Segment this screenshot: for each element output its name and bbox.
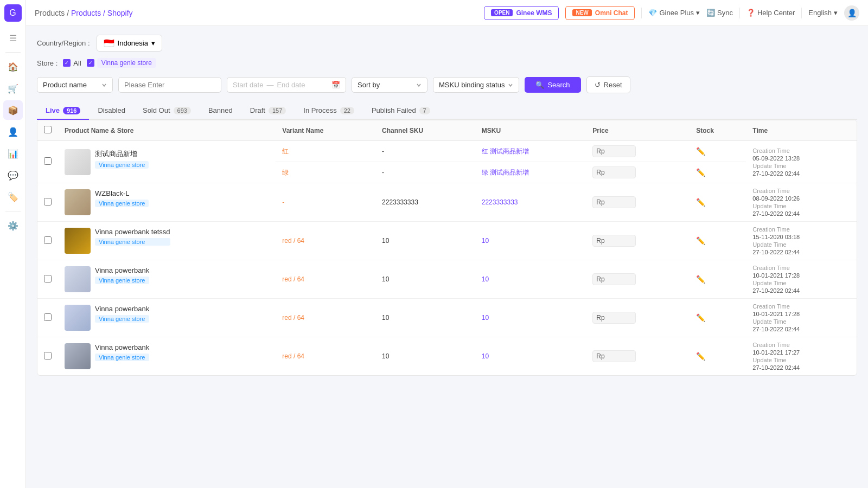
select-all-checkbox[interactable]	[44, 126, 52, 133]
search-input[interactable]	[118, 77, 221, 93]
msku-link-6-0[interactable]: 10	[482, 352, 489, 360]
msku-link-4-0[interactable]: 10	[482, 275, 489, 283]
creation-time-value-6: 10-01-2021 17:27	[752, 349, 850, 356]
row-checkbox-2[interactable]	[44, 198, 52, 206]
sidebar-item-tags[interactable]: 🏷️	[3, 187, 23, 207]
edit-icon-2-0[interactable]: ✏️	[696, 198, 705, 207]
msku-status-selector[interactable]: MSKU binding status	[433, 77, 519, 93]
msku-link-3-0[interactable]: 10	[482, 237, 489, 245]
product-info-5: Vinna powerbank Vinna genie store	[95, 305, 149, 323]
stock-3-0: ✏️	[690, 222, 746, 260]
product-field-selector[interactable]: Product name	[37, 77, 113, 93]
tab-live-count: 916	[63, 107, 80, 114]
edit-icon-3-0[interactable]: ✏️	[696, 236, 705, 245]
edit-icon-1-0[interactable]: ✏️	[696, 147, 705, 156]
row-checkbox-4[interactable]	[44, 275, 52, 282]
variant-tag: red / 64	[282, 352, 304, 360]
header-time: Time	[746, 120, 857, 141]
tab-publish-failed[interactable]: Publish Failed 7	[363, 102, 439, 120]
tab-draft-label: Draft	[250, 106, 265, 114]
msku-link-2-0[interactable]: 2223333333	[482, 198, 518, 206]
search-button[interactable]: 🔍 Search	[525, 77, 580, 93]
reset-button[interactable]: ↺ Reset	[586, 76, 630, 93]
update-time-label-1: Update Time	[752, 163, 850, 169]
product-tabs: Live 916 Disabled Sold Out 693 Banned Dr…	[37, 102, 857, 120]
country-selector[interactable]: 🇮🇩 Indonesia ▾	[97, 35, 162, 52]
sidebar-item-menu[interactable]: ☰	[3, 28, 23, 48]
tab-in-process[interactable]: In Process 22	[295, 102, 363, 120]
time-cell-2: Creation Time 08-09-2022 10:26 Update Ti…	[752, 188, 850, 217]
msku-chevron-icon	[508, 82, 513, 88]
sidebar-item-users[interactable]: 👤	[3, 122, 23, 142]
msku-link-1-1[interactable]: 绿 测试商品新增	[482, 169, 529, 176]
row-checkbox-3[interactable]	[44, 236, 52, 244]
price-input-1-1[interactable]	[592, 166, 636, 178]
products-table: Product Name & Store Variant Name Channe…	[37, 120, 857, 375]
sidebar-item-settings[interactable]: ⚙️	[3, 216, 23, 235]
help-center-label: Help Center	[757, 9, 795, 17]
edit-icon-5-0[interactable]: ✏️	[696, 313, 705, 322]
stock-5-0: ✏️	[690, 299, 746, 337]
tab-disabled[interactable]: Disabled	[89, 102, 134, 120]
time-4: Creation Time 10-01-2021 17:28 Update Ti…	[746, 260, 857, 299]
product-cell-3: Vinna powerbank tetssd Vinna genie store	[65, 228, 269, 254]
stock-6-0: ✏️	[690, 337, 746, 376]
store-all-checkbox[interactable]: All	[63, 59, 81, 67]
price-input-5-0[interactable]	[592, 312, 636, 324]
sidebar-item-analytics[interactable]: 📊	[3, 144, 23, 163]
row-checkbox-6[interactable]	[44, 352, 52, 359]
price-input-3-0[interactable]	[592, 235, 636, 247]
sync-menu[interactable]: 🔄 Sync	[706, 9, 733, 17]
tab-banned[interactable]: Banned	[200, 102, 241, 120]
edit-icon-6-0[interactable]: ✏️	[696, 352, 705, 361]
tab-draft[interactable]: Draft 157	[241, 102, 295, 120]
stock-2-0: ✏️	[690, 183, 746, 222]
sidebar-item-orders[interactable]: 🛒	[3, 79, 23, 98]
price-input-4-0[interactable]	[592, 273, 636, 285]
sidebar-item-products[interactable]: 📦	[3, 100, 23, 120]
header-select-all[interactable]	[37, 120, 58, 141]
edit-icon-1-1[interactable]: ✏️	[696, 168, 705, 177]
row-checkbox-1[interactable]	[44, 157, 52, 165]
msku-link-5-0[interactable]: 10	[482, 314, 489, 322]
help-center-menu[interactable]: ❓ Help Center	[746, 9, 795, 17]
msku-link-1-0[interactable]: 红 测试商品新增	[482, 147, 529, 155]
product-cell-5: Vinna powerbank Vinna genie store	[65, 305, 269, 331]
variant-name-1-1: 绿	[276, 162, 375, 183]
content-area: Country/Region : 🇮🇩 Indonesia ▾ Store : …	[26, 26, 868, 488]
omni-chat-button[interactable]: NEW Omni Chat	[565, 6, 635, 20]
ginee-wms-button[interactable]: OPEN Ginee WMS	[484, 6, 559, 20]
indonesia-flag: 🇮🇩	[104, 38, 114, 48]
sidebar-divider-2	[5, 211, 21, 211]
end-date-label: End date	[277, 81, 305, 89]
row-checkbox-5[interactable]	[44, 313, 52, 321]
price-input-2-0[interactable]	[592, 196, 636, 208]
ginee-plus-menu[interactable]: 💎 Ginee Plus ▾	[648, 9, 700, 17]
tab-sold-out[interactable]: Sold Out 693	[134, 102, 200, 120]
language-selector[interactable]: English ▾	[808, 9, 838, 17]
topbar: Products / Products / Shopify OPEN Ginee…	[26, 0, 868, 26]
creation-time-value-1: 05-09-2022 13:28	[752, 155, 850, 162]
tab-live[interactable]: Live 916	[37, 102, 89, 120]
product-info-2: WZBlack-L Vinna genie store	[95, 189, 149, 207]
store-vinna-checkbox[interactable]: Vinna genie store	[87, 58, 156, 68]
store-name-tag: Vinna genie store	[97, 58, 156, 68]
price-input-6-0[interactable]	[592, 350, 636, 362]
store-badge-5: Vinna genie store	[95, 315, 149, 323]
edit-icon-4-0[interactable]: ✏️	[696, 275, 705, 284]
header-channel-sku: Channel SKU	[375, 120, 475, 141]
sidebar-item-chat[interactable]: 💬	[3, 165, 23, 185]
question-icon: ❓	[746, 9, 755, 17]
variant-tag: 绿	[282, 169, 289, 176]
price-6-0	[586, 337, 690, 376]
date-range-picker[interactable]: Start date — End date 📅	[227, 77, 346, 93]
user-avatar[interactable]: 👤	[844, 5, 859, 21]
products-table-container: Product Name & Store Variant Name Channe…	[37, 120, 857, 376]
creation-time-label-5: Creation Time	[752, 303, 850, 310]
creation-time-label-4: Creation Time	[752, 265, 850, 271]
header-variant-name: Variant Name	[276, 120, 375, 141]
sidebar-item-home[interactable]: 🏠	[3, 57, 23, 76]
sort-selector[interactable]: Sort by	[352, 77, 427, 93]
ginee-plus-label: Ginee Plus	[659, 9, 694, 17]
price-input-1-0[interactable]	[592, 145, 636, 157]
